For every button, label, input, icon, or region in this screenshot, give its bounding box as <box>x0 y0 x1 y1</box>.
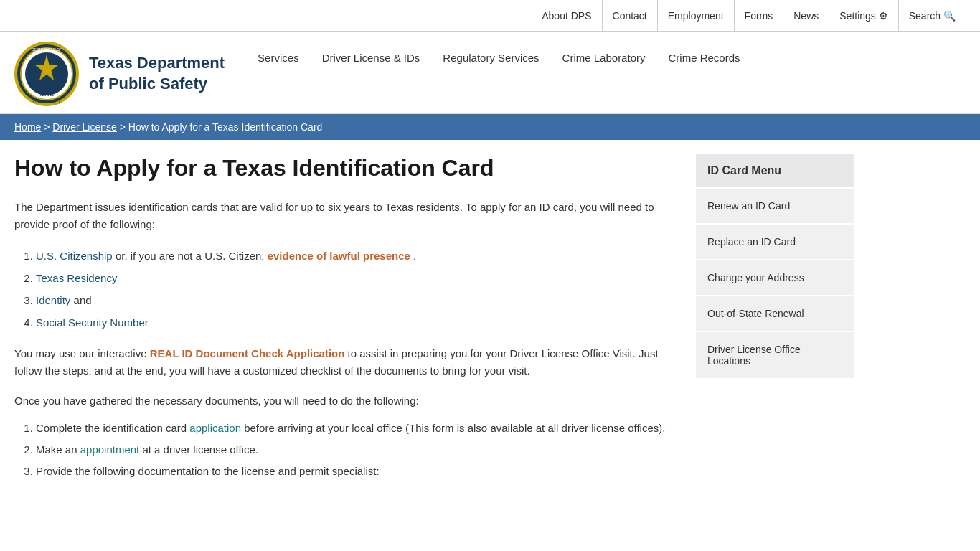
step-2: Make an appointment at a driver license … <box>36 441 667 458</box>
sidebar-office-locations[interactable]: Driver License Office Locations <box>696 332 854 378</box>
news-link[interactable]: News <box>783 0 829 32</box>
nav-services[interactable]: Services <box>246 49 311 67</box>
appointment-link[interactable]: appointment <box>80 443 140 456</box>
requirement-3: Identity and <box>36 291 667 310</box>
real-id-link[interactable]: REAL ID Document Check Application <box>150 347 345 359</box>
nav-crime-records[interactable]: Crime Records <box>656 49 751 67</box>
employment-link[interactable]: Employment <box>658 0 735 32</box>
gather-paragraph: Once you have gathered the necessary doc… <box>14 392 667 410</box>
intro-paragraph: The Department issues identification car… <box>14 199 667 233</box>
nav-driver-license-ids[interactable]: Driver License & IDs <box>311 49 432 67</box>
breadcrumb-current: How to Apply for a Texas Identification … <box>128 121 323 133</box>
sidebar-replace-id[interactable]: Replace an ID Card <box>696 225 854 259</box>
svg-text:DEPARTMENT OF: DEPARTMENT OF <box>32 47 62 52</box>
content-area: How to Apply for a Texas Identification … <box>0 140 980 501</box>
logo-text: Texas Department of Public Safety <box>89 53 225 94</box>
sidebar-out-of-state[interactable]: Out-of-State Renewal <box>696 296 854 331</box>
settings-link[interactable]: Settings ⚙ <box>829 0 898 32</box>
svg-text:PUBLIC SAFETY: PUBLIC SAFETY <box>33 99 62 103</box>
breadcrumb-home[interactable]: Home <box>14 121 41 133</box>
logo-area: TEXAS DEPARTMENT OF PUBLIC SAFETY Texas … <box>14 42 225 106</box>
utility-bar: About DPS Contact Employment Forms News … <box>0 0 980 32</box>
application-link[interactable]: application <box>189 422 241 434</box>
step-1: Complete the identification card applica… <box>36 420 667 437</box>
dps-seal: TEXAS DEPARTMENT OF PUBLIC SAFETY <box>14 42 79 106</box>
requirement-4: Social Security Number <box>36 313 667 332</box>
texas-residency-link[interactable]: Texas Residency <box>36 272 117 284</box>
sidebar-renew-id[interactable]: Renew an ID Card <box>696 189 854 223</box>
main-nav: Services Driver License & IDs Regulatory… <box>246 42 751 70</box>
lawful-presence-link[interactable]: evidence of lawful presence <box>268 250 410 262</box>
identity-link[interactable]: Identity <box>36 294 70 306</box>
sidebar-menu-title: ID Card Menu <box>696 154 854 187</box>
nav-regulatory-services[interactable]: Regulatory Services <box>431 49 550 67</box>
search-link[interactable]: Search 🔍 <box>899 0 966 32</box>
header: TEXAS DEPARTMENT OF PUBLIC SAFETY Texas … <box>0 32 980 114</box>
breadcrumb: Home > Driver License > How to Apply for… <box>0 114 980 140</box>
contact-link[interactable]: Contact <box>603 0 658 32</box>
sidebar-change-address[interactable]: Change your Address <box>696 260 854 295</box>
logo-line2: of Public Safety <box>89 75 207 93</box>
requirements-list: U.S. Citizenship or, if you are not a U.… <box>36 246 667 332</box>
breadcrumb-driver-license[interactable]: Driver License <box>52 121 116 133</box>
real-id-paragraph: You may use our interactive REAL ID Docu… <box>14 345 667 380</box>
about-dps-link[interactable]: About DPS <box>532 0 602 32</box>
nav-crime-laboratory[interactable]: Crime Laboratory <box>551 49 657 67</box>
forms-link[interactable]: Forms <box>735 0 784 32</box>
svg-text:TEXAS: TEXAS <box>39 93 54 97</box>
steps-list: Complete the identification card applica… <box>36 420 667 480</box>
breadcrumb-sep2: > <box>120 121 128 133</box>
us-citizenship-link[interactable]: U.S. Citizenship <box>36 250 113 262</box>
main-content: How to Apply for a Texas Identification … <box>14 140 689 501</box>
ssn-link[interactable]: Social Security Number <box>36 316 149 329</box>
step-3: Provide the following documentation to t… <box>36 463 667 480</box>
requirement-2: Texas Residency <box>36 268 667 288</box>
sidebar: ID Card Menu Renew an ID Card Replace an… <box>689 140 854 501</box>
requirement-1: U.S. Citizenship or, if you are not a U.… <box>36 246 667 265</box>
logo-line1: Texas Department <box>89 54 225 72</box>
page-title: How to Apply for a Texas Identification … <box>14 154 667 182</box>
breadcrumb-sep1: > <box>44 121 52 133</box>
